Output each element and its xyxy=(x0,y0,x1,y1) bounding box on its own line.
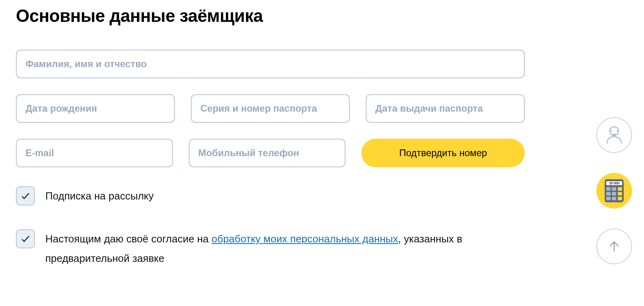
email-input[interactable] xyxy=(16,139,173,167)
consent-checkbox[interactable] xyxy=(16,229,35,248)
newsletter-checkbox[interactable] xyxy=(16,186,35,205)
fullname-input[interactable] xyxy=(16,50,525,78)
consent-link[interactable]: обработку моих персональных данных xyxy=(211,233,398,245)
passport-number-input[interactable] xyxy=(191,94,350,123)
calculator-display: 20 000 xyxy=(606,181,622,185)
floating-actions: 20 000 xyxy=(596,117,632,264)
arrow-up-icon xyxy=(607,240,621,253)
calculator-button[interactable]: 20 000 xyxy=(596,173,632,209)
profile-button[interactable] xyxy=(596,117,632,153)
check-icon xyxy=(20,234,31,244)
calculator-icon: 20 000 xyxy=(605,179,624,202)
check-icon xyxy=(20,191,31,201)
confirm-phone-button[interactable]: Подтвердить номер xyxy=(361,139,525,167)
newsletter-label: Подписка на рассылку xyxy=(45,186,153,203)
passport-date-input[interactable] xyxy=(366,94,525,123)
birthdate-input[interactable] xyxy=(16,94,175,123)
phone-input[interactable] xyxy=(189,139,346,167)
person-icon xyxy=(603,124,625,146)
page-title: Основные данные заёмщика xyxy=(16,6,628,26)
consent-text: Настоящим даю своё согласие на обработку… xyxy=(45,229,525,269)
consent-prefix: Настоящим даю своё согласие на xyxy=(45,233,211,245)
borrower-form: Подтвердить номер Подписка на рассылку Н… xyxy=(16,50,525,269)
scroll-top-button[interactable] xyxy=(596,229,632,264)
